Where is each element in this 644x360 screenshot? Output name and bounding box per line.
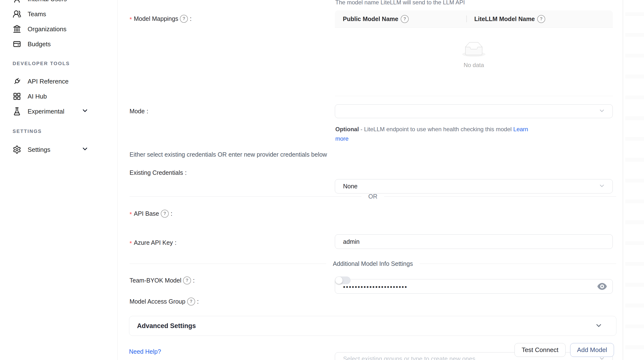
label-colon: :	[171, 210, 172, 217]
sidebar-item-label: Internal Users	[28, 0, 67, 3]
need-help-link[interactable]: Need Help?	[129, 348, 161, 355]
label-colon: :	[147, 108, 148, 115]
existing-credentials-select[interactable]: None	[335, 179, 613, 194]
sidebar-item-label: Organizations	[28, 26, 66, 33]
azure-api-key-input[interactable]: ••••••••••••••••••••••	[335, 279, 613, 294]
helper-bold: Optional	[335, 126, 359, 132]
or-text: OR	[362, 193, 384, 200]
users-icon	[12, 10, 21, 18]
divider-line	[130, 264, 326, 264]
label-text: Azure API Key	[134, 239, 173, 246]
label-colon: :	[197, 298, 199, 305]
model-mappings-table: Public Model Name ? LiteLLM Model Name ?…	[335, 10, 613, 96]
divider-line	[420, 264, 616, 264]
sidebar-item-teams[interactable]: Teams	[0, 6, 118, 22]
gear-icon	[12, 145, 21, 154]
help-icon[interactable]: ?	[180, 15, 188, 23]
test-connect-button[interactable]: Test Connect	[514, 343, 566, 357]
learn-more-link[interactable]: Learn	[513, 126, 528, 132]
team-byok-label: Team-BYOK Model ? :	[130, 276, 195, 285]
no-data-text: No data	[335, 62, 613, 68]
additional-info-divider: Additional Model Info Settings	[130, 260, 616, 267]
select-placeholder: Select existing groups or type to create…	[343, 356, 475, 360]
sidebar-section-developer-tools: DEVELOPER TOOLS	[0, 58, 118, 70]
divider-text: Additional Model Info Settings	[326, 260, 420, 267]
label-text: Model Mappings	[134, 15, 178, 22]
plug-icon	[12, 77, 21, 86]
table-empty-state: No data	[335, 42, 613, 68]
model-mappings-label: * Model Mappings ? :	[130, 14, 192, 23]
model-access-group-label: Model Access Group ? :	[130, 297, 199, 306]
sidebar: Internal Users Teams Organizations Budge…	[0, 0, 118, 360]
chevron-down-icon	[81, 145, 88, 154]
sidebar-devtools-list: API Reference AI Hub Experimental	[0, 74, 118, 119]
sidebar-item-label: API Reference	[28, 78, 68, 85]
sidebar-item-label: Experimental	[28, 108, 64, 115]
toggle-knob	[335, 277, 342, 284]
divider-line	[130, 196, 362, 197]
column-public-model-name: Public Model Name ?	[335, 10, 466, 27]
bank-icon	[12, 25, 21, 34]
add-model-page: Internal Users Teams Organizations Budge…	[0, 0, 644, 360]
existing-credentials-label: Existing Credentials :	[130, 168, 187, 177]
divider-line	[384, 196, 616, 197]
add-model-button[interactable]: Add Model	[570, 343, 614, 357]
label-colon: :	[193, 277, 195, 284]
sidebar-settings-list: Settings	[0, 142, 118, 157]
label-colon: :	[190, 15, 192, 22]
masked-password: ••••••••••••••••••••••	[343, 283, 408, 291]
background-ghost-rows	[625, 12, 644, 360]
credit-card-icon	[12, 40, 21, 48]
user-icon	[12, 0, 21, 4]
sidebar-section-settings: SETTINGS	[0, 125, 118, 137]
help-icon[interactable]: ?	[187, 298, 195, 306]
label-colon: :	[175, 239, 176, 246]
required-asterisk: *	[130, 211, 132, 218]
sidebar-main-list: Internal Users Teams Organizations Budge…	[0, 0, 118, 52]
chevron-down-icon	[81, 107, 88, 116]
label-text: Existing Credentials	[130, 169, 183, 176]
azure-api-key-label: * Azure API Key :	[130, 238, 176, 247]
or-divider: OR	[130, 193, 616, 200]
sidebar-item-experimental[interactable]: Experimental	[0, 104, 118, 119]
sidebar-item-organizations[interactable]: Organizations	[0, 22, 118, 36]
help-icon[interactable]: ?	[401, 15, 409, 23]
flask-icon	[12, 107, 21, 116]
sidebar-item-label: Teams	[28, 10, 46, 18]
grid-icon	[12, 92, 21, 101]
mode-select[interactable]	[335, 104, 613, 118]
api-base-label: * API Base ? :	[130, 209, 172, 218]
required-asterisk: *	[130, 240, 132, 247]
team-byok-toggle[interactable]	[335, 276, 350, 284]
page-right-divider	[623, 0, 623, 360]
label-colon: :	[185, 169, 187, 176]
label-text: Model Access Group	[130, 298, 186, 305]
input-value: admin	[343, 238, 360, 245]
advanced-settings-panel[interactable]: Advanced Settings	[129, 316, 616, 336]
learn-more-link[interactable]: more	[335, 134, 626, 143]
sidebar-item-api-reference[interactable]: API Reference	[0, 74, 118, 89]
selected-value: None	[343, 183, 358, 190]
eye-icon[interactable]	[597, 282, 607, 290]
sidebar-item-budgets[interactable]: Budgets	[0, 36, 118, 52]
help-icon[interactable]: ?	[537, 15, 545, 23]
help-icon[interactable]: ?	[183, 276, 191, 284]
sidebar-item-ai-hub[interactable]: AI Hub	[0, 89, 118, 104]
column-litellm-model-name: LiteLLM Model Name ?	[466, 10, 613, 27]
sidebar-item-settings[interactable]: Settings	[0, 142, 118, 157]
sidebar-item-label: Budgets	[28, 40, 50, 48]
help-icon[interactable]: ?	[161, 210, 169, 218]
label-text: Mode	[130, 108, 145, 115]
chevron-down-icon	[598, 107, 605, 116]
sidebar-item-internal-users[interactable]: Internal Users	[0, 0, 118, 6]
label-text: Team-BYOK Model	[130, 277, 181, 284]
sidebar-item-label: AI Hub	[28, 93, 47, 100]
empty-box-icon	[462, 42, 486, 57]
model-name-helper-text: The model name LiteLLM will send to the …	[335, 0, 465, 6]
advanced-settings-title: Advanced Settings	[137, 322, 196, 330]
required-asterisk: *	[130, 16, 132, 23]
mode-label: Mode :	[130, 107, 148, 116]
mode-helper-text: Optional - LiteLLM endpoint to use when …	[335, 124, 626, 143]
api-base-input[interactable]: admin	[335, 234, 613, 249]
label-text: API Base	[134, 210, 159, 217]
